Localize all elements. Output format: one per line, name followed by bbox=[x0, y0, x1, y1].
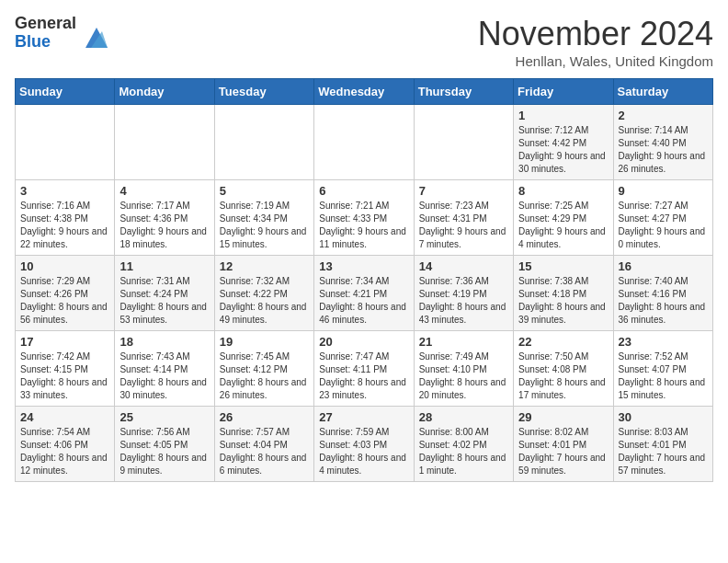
day-number: 5 bbox=[220, 184, 309, 198]
day-number: 10 bbox=[20, 259, 109, 273]
location-text: Henllan, Wales, United Kingdom bbox=[478, 53, 713, 69]
calendar-cell: 10Sunrise: 7:29 AM Sunset: 4:26 PM Dayli… bbox=[16, 256, 115, 331]
calendar-cell bbox=[414, 105, 513, 180]
calendar-cell bbox=[214, 105, 313, 180]
day-info: Sunrise: 7:49 AM Sunset: 4:10 PM Dayligh… bbox=[419, 350, 508, 402]
calendar-cell: 28Sunrise: 8:00 AM Sunset: 4:02 PM Dayli… bbox=[414, 407, 513, 482]
day-number: 16 bbox=[619, 259, 708, 273]
logo-icon bbox=[82, 22, 111, 52]
column-header-friday: Friday bbox=[514, 79, 613, 105]
day-number: 6 bbox=[319, 184, 408, 198]
day-info: Sunrise: 7:16 AM Sunset: 4:38 PM Dayligh… bbox=[20, 200, 109, 251]
calendar-cell: 4Sunrise: 7:17 AM Sunset: 4:36 PM Daylig… bbox=[115, 180, 214, 256]
day-number: 26 bbox=[220, 410, 309, 424]
calendar-table: SundayMondayTuesdayWednesdayThursdayFrid… bbox=[15, 78, 713, 482]
calendar-week-4: 17Sunrise: 7:42 AM Sunset: 4:15 PM Dayli… bbox=[16, 331, 713, 407]
day-info: Sunrise: 7:38 AM Sunset: 4:18 PM Dayligh… bbox=[518, 275, 608, 327]
calendar-week-5: 24Sunrise: 7:54 AM Sunset: 4:06 PM Dayli… bbox=[16, 407, 713, 482]
day-info: Sunrise: 8:00 AM Sunset: 4:02 PM Dayligh… bbox=[419, 426, 508, 477]
day-number: 17 bbox=[20, 335, 109, 349]
day-info: Sunrise: 7:36 AM Sunset: 4:19 PM Dayligh… bbox=[419, 275, 508, 327]
calendar-cell: 23Sunrise: 7:52 AM Sunset: 4:07 PM Dayli… bbox=[613, 331, 712, 407]
day-info: Sunrise: 7:57 AM Sunset: 4:04 PM Dayligh… bbox=[220, 426, 309, 477]
day-info: Sunrise: 7:42 AM Sunset: 4:15 PM Dayligh… bbox=[20, 350, 109, 402]
day-number: 4 bbox=[119, 184, 209, 198]
day-info: Sunrise: 7:23 AM Sunset: 4:31 PM Dayligh… bbox=[419, 200, 508, 251]
title-area: November 2024 Henllan, Wales, United Kin… bbox=[478, 15, 713, 69]
day-info: Sunrise: 7:21 AM Sunset: 4:33 PM Dayligh… bbox=[319, 200, 408, 251]
calendar-cell: 15Sunrise: 7:38 AM Sunset: 4:18 PM Dayli… bbox=[514, 256, 613, 331]
calendar-cell: 24Sunrise: 7:54 AM Sunset: 4:06 PM Dayli… bbox=[16, 407, 115, 482]
calendar-week-3: 10Sunrise: 7:29 AM Sunset: 4:26 PM Dayli… bbox=[16, 256, 713, 331]
calendar-cell: 22Sunrise: 7:50 AM Sunset: 4:08 PM Dayli… bbox=[514, 331, 613, 407]
day-info: Sunrise: 7:27 AM Sunset: 4:27 PM Dayligh… bbox=[619, 200, 708, 251]
day-info: Sunrise: 8:02 AM Sunset: 4:01 PM Dayligh… bbox=[518, 426, 608, 477]
day-number: 25 bbox=[119, 410, 209, 424]
day-number: 18 bbox=[119, 335, 209, 349]
calendar-cell bbox=[16, 105, 115, 180]
calendar-cell: 5Sunrise: 7:19 AM Sunset: 4:34 PM Daylig… bbox=[214, 180, 313, 256]
day-info: Sunrise: 7:17 AM Sunset: 4:36 PM Dayligh… bbox=[119, 200, 209, 251]
day-number: 20 bbox=[319, 335, 408, 349]
column-header-wednesday: Wednesday bbox=[314, 79, 414, 105]
logo-blue-text: Blue bbox=[15, 33, 76, 52]
calendar-week-1: 1Sunrise: 7:12 AM Sunset: 4:42 PM Daylig… bbox=[16, 105, 713, 180]
day-number: 14 bbox=[419, 259, 508, 273]
calendar-cell: 26Sunrise: 7:57 AM Sunset: 4:04 PM Dayli… bbox=[214, 407, 313, 482]
column-header-monday: Monday bbox=[115, 79, 214, 105]
logo: General Blue bbox=[15, 15, 111, 52]
calendar-cell: 29Sunrise: 8:02 AM Sunset: 4:01 PM Dayli… bbox=[514, 407, 613, 482]
calendar-cell: 3Sunrise: 7:16 AM Sunset: 4:38 PM Daylig… bbox=[16, 180, 115, 256]
column-header-saturday: Saturday bbox=[613, 79, 712, 105]
calendar-cell: 30Sunrise: 8:03 AM Sunset: 4:01 PM Dayli… bbox=[613, 407, 712, 482]
month-title: November 2024 bbox=[478, 15, 713, 53]
column-header-sunday: Sunday bbox=[16, 79, 115, 105]
day-info: Sunrise: 7:43 AM Sunset: 4:14 PM Dayligh… bbox=[119, 350, 209, 402]
day-number: 12 bbox=[220, 259, 309, 273]
calendar-cell: 17Sunrise: 7:42 AM Sunset: 4:15 PM Dayli… bbox=[16, 331, 115, 407]
day-info: Sunrise: 7:52 AM Sunset: 4:07 PM Dayligh… bbox=[619, 350, 708, 402]
day-info: Sunrise: 7:19 AM Sunset: 4:34 PM Dayligh… bbox=[220, 200, 309, 251]
day-info: Sunrise: 8:03 AM Sunset: 4:01 PM Dayligh… bbox=[619, 426, 708, 477]
calendar-cell: 19Sunrise: 7:45 AM Sunset: 4:12 PM Dayli… bbox=[214, 331, 313, 407]
day-info: Sunrise: 7:56 AM Sunset: 4:05 PM Dayligh… bbox=[119, 426, 209, 477]
day-number: 24 bbox=[20, 410, 109, 424]
calendar-cell: 16Sunrise: 7:40 AM Sunset: 4:16 PM Dayli… bbox=[613, 256, 712, 331]
day-number: 27 bbox=[319, 410, 408, 424]
day-number: 23 bbox=[619, 335, 708, 349]
day-number: 22 bbox=[518, 335, 608, 349]
logo-general-text: General bbox=[15, 15, 76, 33]
day-info: Sunrise: 7:32 AM Sunset: 4:22 PM Dayligh… bbox=[220, 275, 309, 327]
day-number: 11 bbox=[119, 259, 209, 273]
day-number: 15 bbox=[518, 259, 608, 273]
day-info: Sunrise: 7:31 AM Sunset: 4:24 PM Dayligh… bbox=[119, 275, 209, 327]
day-number: 8 bbox=[518, 184, 608, 198]
calendar-cell: 21Sunrise: 7:49 AM Sunset: 4:10 PM Dayli… bbox=[414, 331, 513, 407]
calendar-cell: 6Sunrise: 7:21 AM Sunset: 4:33 PM Daylig… bbox=[314, 180, 414, 256]
day-number: 28 bbox=[419, 410, 508, 424]
day-info: Sunrise: 7:34 AM Sunset: 4:21 PM Dayligh… bbox=[319, 275, 408, 327]
calendar-cell: 1Sunrise: 7:12 AM Sunset: 4:42 PM Daylig… bbox=[514, 105, 613, 180]
day-info: Sunrise: 7:25 AM Sunset: 4:29 PM Dayligh… bbox=[518, 200, 608, 251]
calendar-cell: 12Sunrise: 7:32 AM Sunset: 4:22 PM Dayli… bbox=[214, 256, 313, 331]
day-number: 7 bbox=[419, 184, 508, 198]
calendar-cell: 2Sunrise: 7:14 AM Sunset: 4:40 PM Daylig… bbox=[613, 105, 712, 180]
calendar-cell: 9Sunrise: 7:27 AM Sunset: 4:27 PM Daylig… bbox=[613, 180, 712, 256]
calendar-cell: 7Sunrise: 7:23 AM Sunset: 4:31 PM Daylig… bbox=[414, 180, 513, 256]
calendar-cell: 18Sunrise: 7:43 AM Sunset: 4:14 PM Dayli… bbox=[115, 331, 214, 407]
day-info: Sunrise: 7:59 AM Sunset: 4:03 PM Dayligh… bbox=[319, 426, 408, 477]
calendar-cell: 20Sunrise: 7:47 AM Sunset: 4:11 PM Dayli… bbox=[314, 331, 414, 407]
calendar-header-row: SundayMondayTuesdayWednesdayThursdayFrid… bbox=[16, 79, 713, 105]
day-number: 3 bbox=[20, 184, 109, 198]
day-number: 1 bbox=[518, 109, 608, 122]
calendar-cell bbox=[314, 105, 414, 180]
day-number: 30 bbox=[619, 410, 708, 424]
calendar-cell: 14Sunrise: 7:36 AM Sunset: 4:19 PM Dayli… bbox=[414, 256, 513, 331]
calendar-cell: 11Sunrise: 7:31 AM Sunset: 4:24 PM Dayli… bbox=[115, 256, 214, 331]
day-number: 21 bbox=[419, 335, 508, 349]
calendar-cell: 8Sunrise: 7:25 AM Sunset: 4:29 PM Daylig… bbox=[514, 180, 613, 256]
day-number: 19 bbox=[220, 335, 309, 349]
day-number: 13 bbox=[319, 259, 408, 273]
column-header-thursday: Thursday bbox=[414, 79, 513, 105]
day-info: Sunrise: 7:14 AM Sunset: 4:40 PM Dayligh… bbox=[619, 124, 708, 176]
